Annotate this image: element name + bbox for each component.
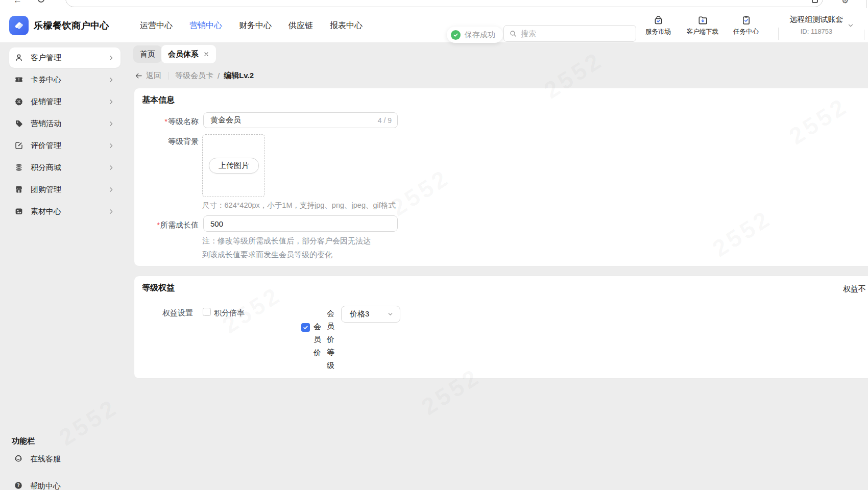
quick-action-task-center[interactable]: 任务中心	[723, 15, 769, 36]
sidebar-item-review-management[interactable]: 评价管理	[9, 135, 120, 156]
browser-reload-icon[interactable]	[38, 0, 44, 3]
search-input[interactable]	[521, 29, 631, 38]
account-id: ID: 118753	[786, 28, 847, 35]
member-price-level-label: 会员价等级	[326, 307, 335, 372]
tab-member-system[interactable]: 会员体系	[161, 45, 216, 63]
tab-label: 会员体系	[168, 50, 199, 59]
sidebar-item-points-mall[interactable]: 积分商城	[9, 157, 120, 178]
breadcrumb-divider	[168, 72, 168, 80]
level-benefits-card: 等级权益 权益不 权益设置 积分倍率 会员价 会员价等级 价格3	[134, 276, 868, 379]
sidebar-item-label: 积分商城	[31, 163, 108, 173]
promotion-badge-icon	[14, 97, 23, 106]
save-success-toast: 保存成功	[447, 27, 503, 43]
market-bag-icon	[653, 15, 664, 26]
browser-settings-gear-icon[interactable]: ⚙	[841, 0, 849, 5]
sidebar-item-label: 促销管理	[31, 97, 108, 107]
header-divider	[778, 28, 779, 40]
chevron-right-icon	[108, 142, 114, 149]
benefits-right-link[interactable]: 权益不	[843, 284, 866, 294]
chevron-right-icon	[108, 208, 114, 215]
section-title-basic-info: 基本信息	[142, 95, 175, 106]
sidebar-item-marketing-campaign[interactable]: 营销活动	[9, 113, 120, 134]
points-coins-icon	[14, 163, 23, 172]
nav-report-center[interactable]: 报表中心	[330, 20, 363, 31]
chevron-down-icon[interactable]	[847, 22, 854, 29]
sidebar-item-promotion-management[interactable]: 促销管理	[9, 91, 120, 112]
price-level-select[interactable]: 价格3	[341, 306, 400, 323]
sidebar-item-coupon-center[interactable]: 卡券中心	[9, 69, 120, 90]
quick-action-service-market[interactable]: 服务市场	[635, 15, 681, 36]
customer-icon	[14, 53, 23, 62]
browser-back-icon[interactable]: ←	[13, 0, 22, 6]
nav-supply-chain[interactable]: 供应链	[288, 20, 313, 31]
back-arrow-icon	[134, 72, 143, 80]
quick-action-label: 服务市场	[635, 28, 681, 36]
nav-marketing-center[interactable]: 营销中心	[189, 20, 222, 31]
breadcrumb-separator: /	[218, 71, 220, 80]
char-counter: 4 / 9	[378, 116, 397, 125]
sidebar-item-online-service[interactable]: 在线客服	[14, 454, 61, 464]
sidebar-item-customer-management[interactable]: 客户管理	[9, 47, 120, 68]
toast-message: 保存成功	[465, 30, 495, 40]
close-tab-icon[interactable]	[203, 51, 209, 57]
browser-url-bar[interactable]	[65, 0, 823, 7]
growth-value-label: *所需成长值	[134, 220, 199, 230]
price-level-selected: 价格3	[350, 309, 387, 319]
account-switcher[interactable]: 远程组测试账套 ID: 118753	[786, 8, 847, 43]
svg-text:?: ?	[17, 483, 19, 488]
sidebar-item-label: 团购管理	[31, 185, 108, 194]
required-asterisk: *	[157, 220, 160, 229]
sidebar-footer-title: 功能栏	[12, 436, 35, 446]
chevron-right-icon	[108, 120, 114, 127]
chevron-right-icon	[108, 77, 114, 83]
sidebar-item-label: 卡券中心	[31, 75, 108, 85]
quick-action-client-download[interactable]: 客户端下载	[680, 15, 726, 36]
sidebar-item-label: 在线客服	[30, 454, 61, 464]
points-rate-checkbox[interactable]	[203, 308, 211, 316]
app-header: 乐檬餐饮商户中心 运营中心 营销中心 财务中心 供应链 报表中心 保存成功 服务…	[0, 8, 868, 43]
quick-action-label: 任务中心	[723, 28, 769, 36]
back-label: 返回	[146, 71, 161, 81]
tab-label: 首页	[140, 50, 155, 59]
success-check-icon	[451, 30, 461, 40]
member-price-checkbox[interactable]	[301, 323, 310, 332]
breadcrumb-parent[interactable]: 等级会员卡	[175, 71, 213, 81]
breadcrumb: 返回 等级会员卡 / 编辑Lv.2	[134, 70, 254, 81]
note-line: 注：修改等级所需成长值后，部分客户会因无法达	[202, 234, 371, 248]
brand-logo-icon[interactable]	[9, 16, 29, 35]
group-buy-store-icon	[14, 185, 23, 194]
note-line: 到该成长值要求而发生会员等级的变化	[202, 248, 371, 261]
background-upload-dropzone[interactable]: 上传图片	[202, 134, 265, 197]
lemon-slash-glyph	[13, 19, 25, 32]
breadcrumb-current: 编辑Lv.2	[224, 71, 254, 81]
browser-divider	[866, 0, 867, 8]
chevron-right-icon	[108, 164, 114, 171]
upload-hint: 尺寸：624*420px，小于1M，支持jpg、png、jpeg、gif格式	[202, 201, 396, 210]
level-name-label: *等级名称	[134, 116, 199, 127]
search-icon	[509, 30, 517, 38]
top-navigation: 运营中心 营销中心 财务中心 供应链 报表中心	[140, 8, 363, 43]
benefit-settings-label: 权益设置	[162, 308, 193, 318]
basic-info-card: 基本信息 *等级名称 黄金会员 4 / 9 等级背景 上传图片 尺寸：624*4…	[134, 88, 868, 266]
global-search[interactable]	[503, 25, 636, 42]
client-download-icon	[697, 15, 708, 26]
upload-image-button[interactable]: 上传图片	[209, 158, 259, 174]
nav-operation-center[interactable]: 运营中心	[140, 20, 173, 31]
account-name: 远程组测试账套	[786, 15, 847, 24]
back-button[interactable]: 返回	[134, 71, 161, 81]
level-name-input[interactable]: 黄金会员 4 / 9	[203, 112, 398, 128]
growth-value-note: 注：修改等级所需成长值后，部分客户会因无法达 到该成长值要求而发生会员等级的变化	[202, 234, 371, 261]
sidebar-item-help-center[interactable]: ? 帮助中心	[14, 481, 61, 490]
sidebar-item-label: 帮助中心	[30, 481, 61, 490]
browser-chrome-strip: ← ⚙	[0, 0, 868, 8]
media-image-icon	[14, 207, 23, 216]
tab-home[interactable]: 首页	[133, 45, 162, 63]
growth-value-input[interactable]: 500	[203, 215, 398, 232]
nav-finance-center[interactable]: 财务中心	[239, 20, 272, 31]
header-divider	[864, 30, 864, 40]
sidebar-item-group-buy-management[interactable]: 团购管理	[9, 179, 120, 200]
member-price-label: 会员价	[312, 320, 322, 359]
browser-extension-icon[interactable]	[812, 0, 818, 3]
sidebar-item-media-center[interactable]: 素材中心	[9, 201, 120, 222]
campaign-tag-icon	[14, 119, 23, 128]
